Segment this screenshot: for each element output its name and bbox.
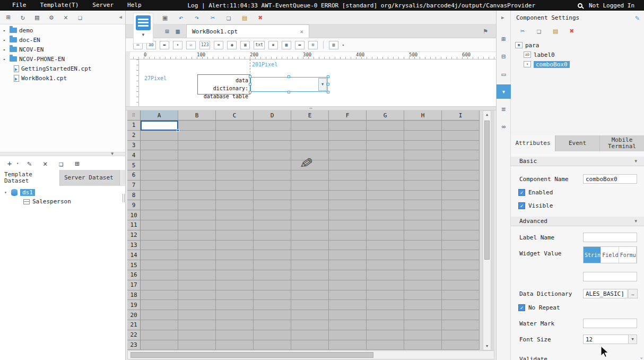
- cell-h8[interactable]: [404, 191, 442, 201]
- cell-d8[interactable]: [254, 191, 291, 201]
- row-header-9[interactable]: 9: [127, 200, 141, 210]
- selection-handle-s[interactable]: [288, 91, 290, 93]
- cell-c1[interactable]: [216, 121, 254, 131]
- cell-i9[interactable]: [442, 200, 480, 210]
- row-header-1[interactable]: 1: [127, 121, 141, 131]
- no-repeat-checkbox[interactable]: ✓: [518, 304, 525, 311]
- login-status[interactable]: Not Logged In: [589, 2, 634, 9]
- cell-d4[interactable]: [254, 150, 291, 160]
- selection-handle-w[interactable]: [249, 83, 251, 85]
- data-dictionary-more-button[interactable]: …: [628, 289, 638, 298]
- column-header-c[interactable]: C: [216, 110, 254, 121]
- cell-a5[interactable]: [141, 160, 178, 170]
- cell-i2[interactable]: [442, 131, 480, 141]
- cell-b5[interactable]: [178, 160, 216, 170]
- cell-f12[interactable]: [329, 230, 367, 241]
- visible-checkbox[interactable]: ✓: [518, 202, 525, 209]
- cell-b6[interactable]: [178, 170, 216, 181]
- row-header-3[interactable]: 3: [127, 141, 141, 151]
- cell-h16[interactable]: [404, 270, 442, 280]
- column-header-f[interactable]: F: [329, 110, 367, 121]
- cell-f14[interactable]: [329, 250, 367, 260]
- vertical-scroll-thumb[interactable]: [484, 121, 490, 260]
- cell-i11[interactable]: [442, 220, 480, 230]
- column-header-d[interactable]: D: [254, 110, 291, 121]
- cell-c19[interactable]: [216, 300, 254, 310]
- cell-e12[interactable]: [291, 230, 329, 241]
- cell-f6[interactable]: [329, 170, 367, 181]
- column-header-h[interactable]: H: [404, 110, 442, 121]
- pane-splitter[interactable]: ⋯: [126, 106, 496, 110]
- selection-handle-nw[interactable]: [249, 75, 251, 78]
- cell-b1[interactable]: [178, 121, 216, 131]
- copy-icon[interactable]: ❏: [223, 12, 234, 23]
- cell-d16[interactable]: [254, 270, 291, 280]
- cell-b16[interactable]: [178, 270, 216, 280]
- cell-f22[interactable]: [329, 330, 367, 340]
- cell-b23[interactable]: [178, 340, 216, 350]
- tab-event[interactable]: Event: [555, 135, 600, 151]
- cell-h21[interactable]: [404, 320, 442, 330]
- column-header-b[interactable]: B: [178, 110, 216, 121]
- label-name-input[interactable]: [583, 233, 637, 242]
- cell-c7[interactable]: [216, 181, 254, 191]
- row-header-10[interactable]: 10: [127, 210, 141, 220]
- tab-attributes[interactable]: Attributes: [511, 135, 555, 151]
- cell-h22[interactable]: [404, 330, 442, 340]
- cell-d19[interactable]: [254, 300, 291, 310]
- cell-d23[interactable]: [254, 340, 291, 350]
- row-header-22[interactable]: 22: [127, 330, 141, 340]
- section-basic-caret-icon[interactable]: ▼: [634, 159, 637, 164]
- cell-a3[interactable]: [141, 141, 178, 151]
- cell-g17[interactable]: [367, 280, 404, 290]
- row-header-14[interactable]: 14: [127, 250, 141, 260]
- scroll-down-icon[interactable]: ▼: [483, 342, 491, 350]
- radio-group-widget-icon[interactable]: ◉: [227, 41, 237, 49]
- cell-a13[interactable]: [141, 241, 178, 251]
- cell-e19[interactable]: [291, 300, 329, 310]
- password-widget-icon[interactable]: ✱: [268, 41, 278, 49]
- cell-a12[interactable]: [141, 230, 178, 241]
- cell-b15[interactable]: [178, 260, 216, 270]
- section-advanced-caret-icon[interactable]: ▼: [634, 219, 637, 224]
- cell-h9[interactable]: [404, 200, 442, 210]
- cell-h15[interactable]: [404, 260, 442, 270]
- search-icon[interactable]: [578, 3, 582, 8]
- cell-e9[interactable]: [291, 200, 329, 210]
- cell-e16[interactable]: [291, 270, 329, 280]
- row-header-15[interactable]: 15: [127, 260, 141, 270]
- cell-h1[interactable]: [404, 121, 442, 131]
- cell-c8[interactable]: [216, 191, 254, 201]
- cell-b14[interactable]: [178, 250, 216, 260]
- cell-b19[interactable]: [178, 300, 216, 310]
- cell-c11[interactable]: [216, 220, 254, 230]
- cell-i20[interactable]: [442, 310, 480, 320]
- cell-a18[interactable]: [141, 290, 178, 301]
- cell-d9[interactable]: [254, 200, 291, 210]
- cut-icon[interactable]: ✂: [207, 12, 218, 23]
- cell-e7[interactable]: [291, 181, 329, 191]
- combobox-input[interactable]: ▼: [250, 77, 328, 92]
- column-header-i[interactable]: I: [442, 110, 480, 121]
- row-header-7[interactable]: 7: [127, 181, 141, 191]
- switch-workspace-icon[interactable]: ⊞: [3, 12, 14, 23]
- cell-h5[interactable]: [404, 160, 442, 170]
- cell-i3[interactable]: [442, 141, 480, 151]
- enabled-checkbox-row[interactable]: ✓ Enabled: [518, 189, 553, 196]
- paste-widget-icon[interactable]: ▤: [550, 25, 561, 36]
- cell-h10[interactable]: [404, 210, 442, 220]
- cell-e13[interactable]: [291, 241, 329, 251]
- copy-file-icon[interactable]: ❏: [75, 12, 85, 23]
- font-size-select[interactable]: 12 ▼: [583, 335, 637, 344]
- delete-icon[interactable]: ✖: [255, 12, 266, 23]
- cell-d22[interactable]: [254, 330, 291, 340]
- cell-a9[interactable]: [141, 200, 178, 210]
- cell-f2[interactable]: [329, 131, 367, 141]
- expand-arrow-icon[interactable]: ▸: [3, 28, 7, 33]
- cell-d2[interactable]: [254, 131, 291, 141]
- tab-close-icon[interactable]: ✕: [300, 28, 303, 35]
- row-header-17[interactable]: 17: [127, 280, 141, 290]
- view-switch-caret-icon[interactable]: ▼: [142, 32, 145, 37]
- export-flag-icon[interactable]: ⚑: [483, 27, 488, 35]
- component-tree-item-combobox0[interactable]: ▾comboBox0: [511, 59, 644, 69]
